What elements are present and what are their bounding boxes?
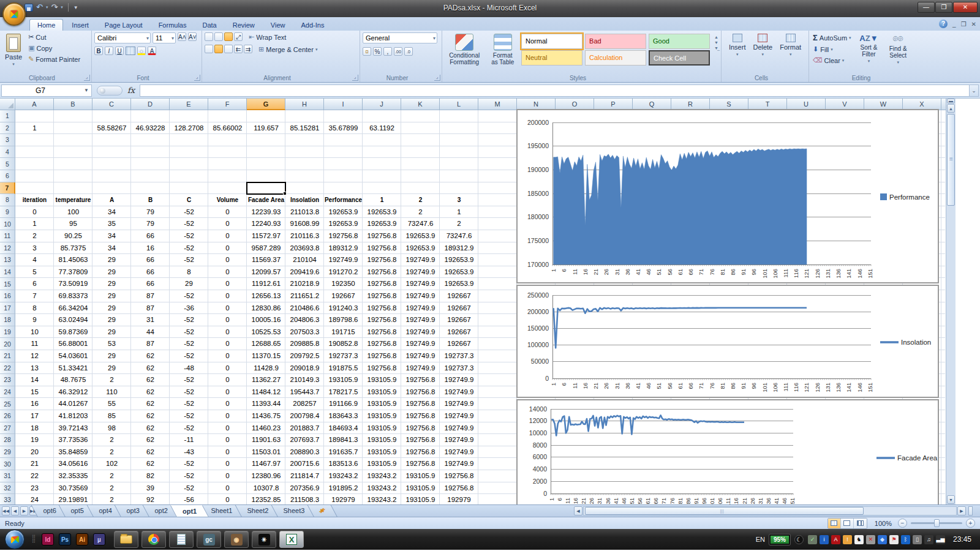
workbook-close-icon[interactable]: ✕ [971,21,976,28]
column-header-M[interactable]: M [478,99,517,110]
cell-D25[interactable]: 62 [131,398,170,410]
cell-G25[interactable]: 11393.44 [247,398,285,410]
row-header-1[interactable]: 1 [0,110,15,122]
cell-I9[interactable]: 192653.9 [324,206,363,219]
cell-H24[interactable]: 195443.7 [285,386,324,399]
cell-H14[interactable]: 209419.6 [285,266,324,279]
decrease-indent-button[interactable]: ⇇ [234,45,243,53]
ribbon-tab-view[interactable]: View [263,20,293,31]
cell-L24[interactable]: 192749.9 [440,386,478,399]
percent-style-button[interactable]: % [373,47,382,56]
row-header-32[interactable]: 32 [0,482,15,495]
cell-F14[interactable]: 0 [208,266,247,279]
cell-C22[interactable]: 29 [92,362,131,375]
cell-B30[interactable]: 34.05616 [54,458,92,470]
cell-K10[interactable]: 73247.6 [401,218,440,230]
cell-K28[interactable]: 192756.8 [401,434,440,446]
cell-style-good[interactable]: Good [649,34,710,49]
cell-K32[interactable]: 193105.9 [401,482,440,495]
workbook-minimize-icon[interactable]: _ [952,21,956,28]
cell-E8[interactable]: C [170,194,208,206]
cell-G26[interactable]: 11436.75 [247,410,285,422]
row-header-24[interactable]: 24 [0,386,15,399]
cell-G9[interactable]: 12239.93 [247,206,285,219]
row-header-15[interactable]: 15 [0,278,15,290]
cell-I27[interactable]: 184693.4 [324,422,363,435]
cell-H15[interactable]: 210218.9 [285,278,324,290]
cell-H28[interactable]: 207693.7 [285,434,324,446]
cell-G2[interactable]: 119.657 [247,122,285,135]
row-header-11[interactable]: 11 [0,230,15,242]
cell-H2[interactable]: 85.15281 [285,122,324,135]
cell-H11[interactable]: 210116.3 [285,230,324,242]
vertical-split-handle[interactable]: ▬ [947,99,955,103]
ribbon-tab-review[interactable]: Review [225,20,262,31]
chart-performance[interactable]: 1700001750001800001850001900001950002000… [516,109,939,283]
cell-K12[interactable]: 192653.9 [401,242,440,255]
cell-I8[interactable]: Performance [324,194,363,206]
cell-I33[interactable]: 192979 [324,494,363,504]
column-header-L[interactable]: L [440,99,478,110]
cell-G30[interactable]: 11467.97 [247,458,285,470]
cell-K25[interactable]: 192756.8 [401,398,440,410]
cell-C8[interactable]: A [92,194,131,206]
taskbar-app-excel[interactable]: X [279,531,304,548]
cell-B10[interactable]: 95 [54,218,92,230]
cell-G27[interactable]: 11460.23 [247,422,285,435]
wrap-text-button[interactable]: ⇤Wrap Text [247,32,287,42]
cell-D28[interactable]: 62 [131,434,170,446]
font-size-select[interactable]: 11▾ [153,32,176,43]
cell-F22[interactable]: 0 [208,362,247,375]
bold-button[interactable]: B [94,47,103,55]
cell-H31[interactable]: 211814.7 [285,470,324,482]
cell-H18[interactable]: 204806.3 [285,314,324,326]
cell-H23[interactable]: 210149.3 [285,374,324,386]
row-header-30[interactable]: 30 [0,458,15,470]
cell-A33[interactable]: 24 [15,494,54,504]
battery-indicator[interactable]: 95% [769,534,790,545]
row-header-20[interactable]: 20 [0,338,15,350]
select-all-corner[interactable] [0,99,15,110]
cell-G18[interactable]: 10005.16 [247,314,285,326]
cell-C33[interactable]: 2 [92,494,131,504]
cell-G24[interactable]: 11484.12 [247,386,285,399]
cell-style-neutral[interactable]: Neutral [521,50,582,66]
cell-D11[interactable]: 66 [131,230,170,242]
cell-J15[interactable]: 192756.8 [363,278,401,290]
help-icon[interactable]: ? [939,20,948,28]
fill-button[interactable]: ⬇Fill▾ [812,45,853,54]
cell-C30[interactable]: 102 [92,458,131,470]
cell-J24[interactable]: 193105.9 [363,386,401,399]
cell-F28[interactable]: 0 [208,434,247,446]
column-header-B[interactable]: B [54,99,92,110]
cell-I20[interactable]: 190852.8 [324,338,363,350]
cell-L30[interactable]: 192749.9 [440,458,478,470]
cell-H33[interactable]: 211508.3 [285,494,324,504]
cell-K26[interactable]: 192756.8 [401,410,440,422]
cell-C2[interactable]: 58.58267 [92,122,131,135]
font-family-select[interactable]: Calibri▾ [94,32,151,43]
name-box[interactable]: G7▼ [1,84,92,97]
row-header-3[interactable]: 3 [0,134,15,146]
cell-D15[interactable]: 66 [131,278,170,290]
ribbon-tab-home[interactable]: Home [29,19,63,31]
cell-L17[interactable]: 192667 [440,302,478,315]
row-header-5[interactable]: 5 [0,158,15,170]
cell-D18[interactable]: 31 [131,314,170,326]
cell-J29[interactable]: 193105.9 [363,446,401,459]
cell-L19[interactable]: 192667 [440,326,478,339]
cell-B23[interactable]: 48.7675 [54,374,92,386]
align-top-button[interactable] [205,32,213,41]
cell-I32[interactable]: 191895.2 [324,482,363,495]
taskbar-app-notepad[interactable] [169,531,194,548]
delete-cells-button[interactable]: Delete▾ [750,32,775,58]
cell-C15[interactable]: 29 [92,278,131,290]
cell-F13[interactable]: 0 [208,254,247,266]
cell-B22[interactable]: 51.33421 [54,362,92,375]
row-header-6[interactable]: 6 [0,170,15,182]
row-header-25[interactable]: 25 [0,398,15,410]
cell-E10[interactable]: -52 [170,218,208,230]
cell-J12[interactable]: 192756.8 [363,242,401,255]
cell-E15[interactable]: 29 [170,278,208,290]
number-dialog-launcher-icon[interactable]: ⌟ [434,75,440,81]
